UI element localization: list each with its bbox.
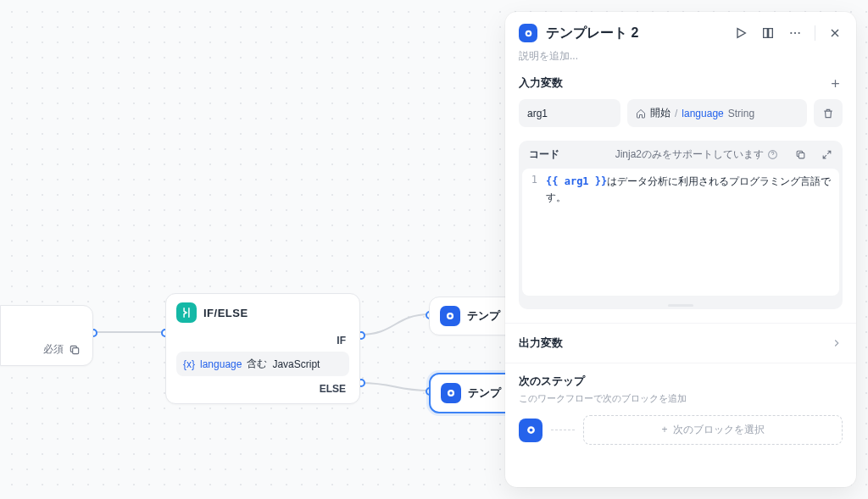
- docs-button[interactable]: [760, 25, 776, 41]
- add-variable-button[interactable]: [827, 75, 843, 91]
- more-button[interactable]: [787, 25, 803, 41]
- next-steps-section: 次のステップ このワークフローで次のブロックを追加 +次のブロックを選択: [505, 363, 856, 458]
- panel-header: テンプレート 2: [505, 12, 856, 49]
- condition-chip[interactable]: {x} language 含む JavaScript: [176, 352, 349, 376]
- resize-handle[interactable]: [519, 301, 843, 309]
- next-block-placeholder: 次のブロックを選択: [673, 424, 765, 435]
- next-steps-description: このワークフローで次のブロックを追加: [519, 392, 843, 405]
- delete-variable-button[interactable]: [814, 99, 843, 127]
- svg-point-7: [790, 32, 792, 34]
- close-button[interactable]: [827, 25, 843, 41]
- expand-code-button[interactable]: [821, 149, 832, 160]
- svg-rect-0: [73, 347, 79, 353]
- code-section: コード Jinja2のみをサポートしています 1 {{ arg1 }}はデータ分…: [519, 141, 843, 309]
- source-node-label: 開始: [650, 106, 670, 120]
- jinja-open: {{: [546, 175, 558, 187]
- ifelse-title: IF/ELSE: [203, 307, 248, 319]
- description-input[interactable]: 説明を追加...: [505, 49, 856, 75]
- brace-open-icon: {x}: [183, 358, 195, 370]
- required-label: 必須: [43, 342, 64, 357]
- run-button[interactable]: [733, 25, 748, 41]
- output-variables-toggle[interactable]: 出力変数: [505, 323, 856, 363]
- copy-icon: [69, 344, 81, 356]
- code-editor[interactable]: 1 {{ arg1 }}はデータ分析に利用されるプログラミング言語です。: [522, 169, 839, 296]
- code-content[interactable]: {{ arg1 }}はデータ分析に利用されるプログラミング言語です。: [542, 169, 839, 296]
- output-vars-heading: 出力変数: [519, 335, 563, 351]
- svg-point-2: [448, 314, 452, 318]
- line-number: 1: [522, 169, 542, 296]
- template-1-label: テンプ: [467, 308, 500, 324]
- template-icon: [519, 419, 542, 442]
- slash: /: [675, 108, 677, 119]
- jinja-var: arg1: [558, 175, 594, 187]
- node-start[interactable]: 必須: [0, 305, 93, 366]
- svg-point-13: [529, 429, 532, 432]
- svg-point-4: [449, 391, 453, 395]
- add-next-block-button[interactable]: +次のブロックを選択: [583, 415, 843, 445]
- branch-icon: [176, 302, 197, 323]
- chevron-right-icon: [831, 337, 843, 349]
- source-var-label: language: [682, 108, 723, 119]
- help-icon[interactable]: [767, 149, 778, 160]
- condition-variable: language: [200, 358, 242, 370]
- separator: [815, 25, 815, 41]
- template-2-label: テンプ: [468, 385, 501, 401]
- copy-code-button[interactable]: [795, 149, 806, 160]
- variable-name-input[interactable]: arg1: [519, 99, 620, 127]
- variable-source-selector[interactable]: 開始 / language String: [627, 99, 807, 127]
- required-badge: 必須: [43, 342, 81, 357]
- code-heading: コード: [529, 147, 559, 162]
- condition-operator: 含む: [247, 357, 267, 371]
- next-steps-heading: 次のステップ: [519, 374, 843, 389]
- svg-point-9: [798, 32, 800, 34]
- if-label: IF: [176, 333, 349, 352]
- source-type-label: String: [728, 108, 754, 119]
- variable-row: arg1 開始 / language String: [519, 99, 843, 127]
- jinja-support-text: Jinja2のみをサポートしています: [615, 147, 764, 162]
- detail-panel: テンプレート 2 説明を追加... 入力変数 arg1: [505, 12, 856, 487]
- svg-point-8: [794, 32, 796, 34]
- template-icon: [440, 306, 460, 326]
- jinja-close: }}: [595, 175, 607, 187]
- else-label: ELSE: [176, 376, 349, 396]
- panel-title: テンプレート 2: [546, 25, 725, 42]
- home-icon: [636, 108, 646, 119]
- template-icon: [441, 383, 461, 403]
- condition-value: JavaScript: [272, 358, 320, 370]
- svg-rect-11: [798, 152, 804, 158]
- connector-dash: [551, 430, 575, 430]
- template-icon: [519, 24, 537, 42]
- svg-point-6: [526, 31, 529, 34]
- input-variables-section: 入力変数 arg1 開始 / language String: [505, 75, 856, 141]
- node-ifelse[interactable]: IF/ELSE IF {x} language 含む JavaScript EL…: [165, 293, 360, 404]
- input-vars-heading: 入力変数: [519, 75, 563, 91]
